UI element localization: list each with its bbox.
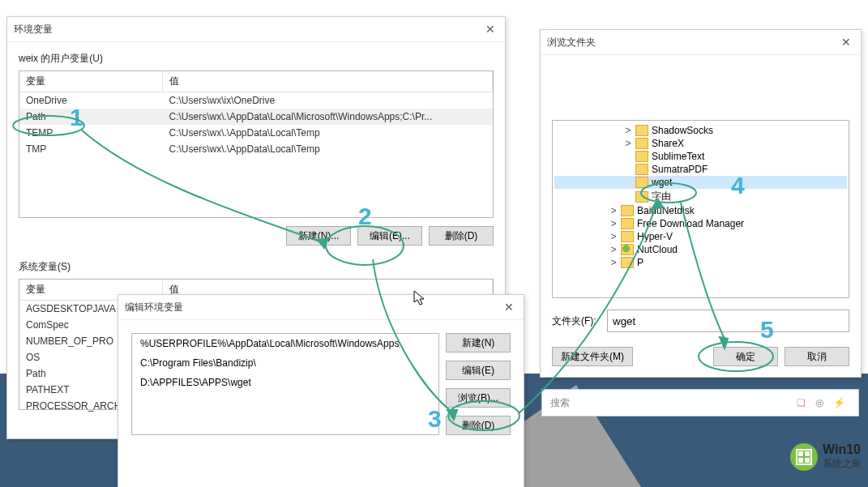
edit-title: 编辑环境变量 bbox=[125, 301, 183, 314]
search-placeholder: 搜索 bbox=[550, 396, 792, 410]
folder-icon bbox=[635, 164, 648, 175]
tree-item-label: 字由 bbox=[652, 190, 671, 203]
folder-input[interactable] bbox=[607, 310, 849, 332]
expand-icon[interactable]: > bbox=[609, 257, 618, 268]
tree-item-label: SublimeText bbox=[652, 151, 704, 162]
col-variable[interactable]: 变量 bbox=[19, 71, 163, 92]
browse-titlebar: 浏览文件夹 ✕ bbox=[541, 30, 861, 55]
table-row[interactable]: PathC:\Users\wx\.\AppData\Local\Microsof… bbox=[19, 109, 493, 125]
expand-icon[interactable]: > bbox=[609, 244, 618, 255]
user-delete-button[interactable]: 删除(D) bbox=[429, 226, 494, 246]
tree-item-label: BaiduNetdisk bbox=[637, 205, 695, 216]
table-header-row: 变量 值 bbox=[19, 71, 493, 92]
folder-icon bbox=[621, 244, 634, 255]
expand-icon[interactable]: > bbox=[624, 138, 632, 149]
user-edit-button[interactable]: 编辑(E)... bbox=[357, 226, 422, 246]
cursor-icon bbox=[413, 290, 426, 306]
env-title: 环境变量 bbox=[14, 23, 53, 36]
tree-item[interactable]: >Free Download Manager bbox=[554, 217, 847, 230]
brand-line2: 系统之家 bbox=[823, 457, 862, 471]
sys-vars-label: 系统变量(S) bbox=[19, 260, 494, 274]
tree-item-label: Hyper-V bbox=[637, 231, 673, 242]
list-item[interactable]: %USERPROFILE%\AppData\Local\Microsoft\Wi… bbox=[132, 334, 438, 353]
edit-edit-button[interactable]: 编辑(E) bbox=[446, 361, 511, 380]
tree-item[interactable]: SumatraPDF bbox=[554, 163, 847, 176]
folder-icon bbox=[621, 205, 634, 216]
tree-item-label: wget bbox=[652, 177, 672, 188]
tree-item-label: SumatraPDF bbox=[652, 164, 708, 175]
tree-item[interactable]: >ShareX bbox=[554, 137, 847, 150]
tree-item[interactable]: SublimeText bbox=[554, 150, 847, 163]
table-row[interactable]: TMPC:\Users\wx\.\AppData\Local\Temp bbox=[19, 141, 493, 157]
browse-title: 浏览文件夹 bbox=[547, 36, 596, 49]
brand-badge: Win10 系统之家 bbox=[790, 442, 862, 471]
windows-logo-icon bbox=[790, 443, 818, 471]
folder-field-label: 文件夹(F): bbox=[552, 314, 601, 328]
folder-icon bbox=[635, 138, 648, 149]
edit-titlebar: 编辑环境变量 ✕ bbox=[118, 295, 524, 320]
tree-item[interactable]: >NutCloud bbox=[554, 243, 847, 256]
list-item[interactable]: C:\Program Files\Bandizip\ bbox=[132, 353, 438, 373]
table-row[interactable]: OneDriveC:\Users\wx\ix\OneDrive bbox=[19, 92, 493, 109]
tree-item-label: ShadowSocks bbox=[652, 125, 713, 136]
folder-icon bbox=[635, 177, 648, 188]
user-vars-list[interactable]: 变量 值 OneDriveC:\Users\wx\ix\OneDrive Pat… bbox=[19, 70, 494, 218]
close-icon[interactable]: ✕ bbox=[838, 36, 854, 49]
expand-icon[interactable]: > bbox=[624, 125, 632, 136]
tree-item-label: P bbox=[637, 257, 644, 268]
edit-browse-button[interactable]: 浏览(B)... bbox=[446, 388, 511, 408]
tag-icon[interactable]: ❏ bbox=[797, 397, 806, 408]
new-folder-button[interactable]: 新建文件夹(M) bbox=[552, 347, 633, 366]
tree-item[interactable]: wget bbox=[554, 176, 847, 189]
brand-line1: Win10 bbox=[823, 442, 862, 457]
user-new-button[interactable]: 新建(N)... bbox=[286, 226, 351, 246]
edit-delete-button[interactable]: 删除(D) bbox=[446, 416, 511, 435]
folder-icon bbox=[621, 257, 634, 268]
browse-folder-window: 浏览文件夹 ✕ >ShadowSocks>ShareXSublimeTextSu… bbox=[540, 29, 862, 378]
tree-item-label: ShareX bbox=[652, 138, 684, 149]
path-entries-list[interactable]: %USERPROFILE%\AppData\Local\Microsoft\Wi… bbox=[131, 333, 439, 435]
tree-item[interactable]: >ShadowSocks bbox=[554, 124, 847, 137]
bolt-icon[interactable]: ⚡ bbox=[833, 397, 845, 408]
folder-icon bbox=[635, 125, 648, 136]
tree-item-label: NutCloud bbox=[637, 244, 678, 255]
tree-item[interactable]: >BaiduNetdisk bbox=[554, 204, 847, 217]
folder-tree[interactable]: >ShadowSocks>ShareXSublimeTextSumatraPDF… bbox=[552, 120, 849, 298]
folder-icon bbox=[635, 191, 648, 203]
close-icon[interactable]: ✕ bbox=[482, 23, 498, 36]
folder-icon bbox=[621, 218, 634, 229]
disc-icon[interactable]: ◎ bbox=[815, 397, 823, 408]
edit-new-button[interactable]: 新建(N) bbox=[446, 333, 511, 352]
edit-env-window: 编辑环境变量 ✕ %USERPROFILE%\AppData\Local\Mic… bbox=[118, 294, 524, 487]
expand-icon[interactable]: > bbox=[609, 218, 618, 229]
list-item[interactable]: D:\APPFILES\APPS\wget bbox=[132, 373, 438, 392]
expand-icon[interactable]: > bbox=[609, 205, 618, 216]
tree-item[interactable]: >Hyper-V bbox=[554, 230, 847, 243]
expand-icon[interactable]: > bbox=[609, 231, 618, 242]
folder-icon bbox=[635, 151, 648, 162]
tree-item-label: Free Download Manager bbox=[637, 218, 744, 229]
table-row[interactable]: TEMPC:\Users\wx\.\AppData\Local\Temp bbox=[19, 125, 493, 141]
user-vars-label: weix 的用户变量(U) bbox=[19, 52, 494, 66]
ok-button[interactable]: 确定 bbox=[713, 347, 778, 366]
col-value[interactable]: 值 bbox=[163, 71, 493, 92]
cancel-button[interactable]: 取消 bbox=[785, 347, 849, 366]
search-bar[interactable]: 搜索 ❏ ◎ ⚡ bbox=[541, 389, 859, 417]
tree-item[interactable]: >P bbox=[554, 256, 847, 269]
folder-icon bbox=[621, 231, 634, 242]
tree-item[interactable]: 字由 bbox=[554, 189, 847, 204]
env-titlebar: 环境变量 ✕ bbox=[7, 17, 505, 42]
close-icon[interactable]: ✕ bbox=[501, 301, 517, 314]
